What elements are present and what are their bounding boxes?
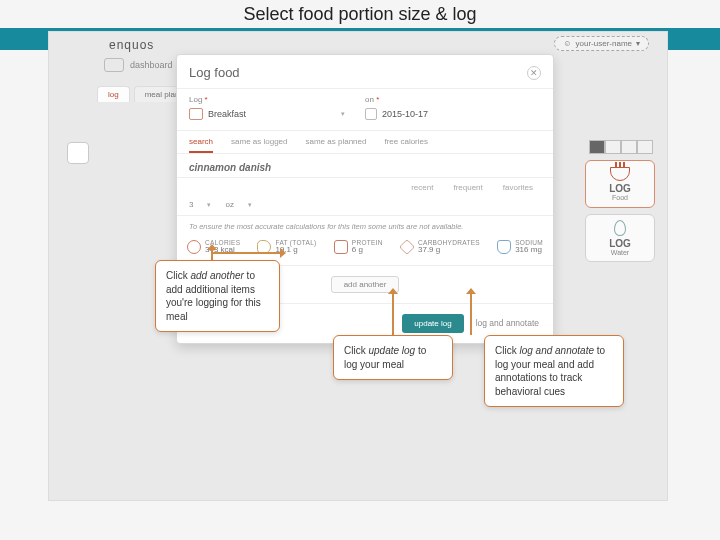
bowl-icon <box>610 167 630 181</box>
callout-text: Click <box>495 345 519 356</box>
update-log-button[interactable]: update log <box>402 314 463 333</box>
modal-subtabs: search same as logged same as planned fr… <box>177 131 553 154</box>
sodium-value: 316 mg <box>515 246 543 255</box>
filter-favorites[interactable]: favorites <box>503 183 533 192</box>
log-food-sub: Food <box>612 194 628 201</box>
required-asterisk: * <box>205 95 208 104</box>
log-and-annotate-link[interactable]: log and annotate <box>476 318 539 328</box>
callout-arrow <box>211 252 281 254</box>
nutrition-carbs: CARBOHYDRATES 37.9 g <box>400 239 480 255</box>
calendar-icon <box>365 108 377 120</box>
protein-value: 6 g <box>352 246 383 255</box>
nutrition-protein: PROTEIN 6 g <box>334 239 383 255</box>
log-water-sub: Water <box>611 249 629 256</box>
slide-title: Select food portion size & log <box>0 4 720 25</box>
callout-text: Click <box>344 345 368 356</box>
nutrition-sodium: SODIUM 316 mg <box>497 239 543 255</box>
view-icon-3[interactable] <box>621 140 637 154</box>
view-icon-2[interactable] <box>605 140 621 154</box>
callout-text: Click <box>166 270 190 281</box>
callout-em: log and annotate <box>519 345 594 356</box>
tab-log[interactable]: log <box>97 86 130 102</box>
callout-arrow <box>211 249 213 260</box>
log-food-card[interactable]: LOG Food <box>585 160 655 208</box>
callout-add-another: Click add another to add additional item… <box>155 260 280 332</box>
subtab-free-calories[interactable]: free calories <box>384 137 428 147</box>
subtab-same-logged[interactable]: same as logged <box>231 137 287 147</box>
callout-update-log: Click update log to log your meal <box>333 335 453 380</box>
portion-qty[interactable]: 3 <box>189 200 193 209</box>
portion-unit[interactable]: oz <box>225 200 233 209</box>
chevron-down-icon: ▾ <box>248 201 252 209</box>
date-label: on * <box>365 95 541 104</box>
quick-log-panel: LOG Food LOG Water <box>585 160 655 262</box>
modal-field-row: Log * Breakfast ▾ on * 2015-10-17 <box>177 89 553 131</box>
close-icon[interactable]: ✕ <box>527 66 541 80</box>
callout-em: update log <box>368 345 415 356</box>
chevron-down-icon: ▾ <box>636 39 640 48</box>
meal-label-text: Log <box>189 95 202 104</box>
carbs-value: 37.9 g <box>418 246 480 255</box>
food-filters: recent frequent favorites <box>177 178 553 196</box>
callout-arrow <box>470 293 472 335</box>
meal-value: Breakfast <box>208 109 246 119</box>
filter-recent[interactable]: recent <box>411 183 433 192</box>
selected-food-name: cinnamon danish <box>189 162 541 173</box>
view-icon-1[interactable] <box>589 140 605 154</box>
date-field: on * 2015-10-17 <box>365 95 541 120</box>
meal-field: Log * Breakfast ▾ <box>189 95 365 120</box>
calories-icon <box>187 240 201 254</box>
dashboard-nav[interactable]: dashboard <box>104 58 173 72</box>
view-icon-4[interactable] <box>637 140 653 154</box>
view-switcher <box>589 140 653 154</box>
modal-header: Log food ✕ <box>177 55 553 89</box>
sidebar-widget[interactable] <box>67 142 89 164</box>
user-name: your-user-name <box>576 39 632 48</box>
callout-log-annotate: Click log and annotate to log your meal … <box>484 335 624 407</box>
portion-note: To ensure the most accurate calculations… <box>177 216 553 235</box>
date-select[interactable]: 2015-10-17 <box>365 108 541 120</box>
avatar-icon: ☺ <box>563 39 571 48</box>
filter-frequent[interactable]: frequent <box>453 183 482 192</box>
drop-icon <box>614 220 626 236</box>
protein-icon <box>334 240 348 254</box>
required-asterisk: * <box>376 95 379 104</box>
sodium-icon <box>497 240 511 254</box>
meal-label: Log * <box>189 95 365 104</box>
meal-icon <box>189 108 203 120</box>
log-water-label: LOG <box>609 238 631 249</box>
carbs-icon <box>399 239 415 255</box>
modal-title: Log food <box>189 65 240 80</box>
date-label-text: on <box>365 95 374 104</box>
subtab-search[interactable]: search <box>189 137 213 153</box>
meal-select[interactable]: Breakfast ▾ <box>189 108 365 120</box>
subtab-same-planned[interactable]: same as planned <box>306 137 367 147</box>
user-menu[interactable]: ☺ your-user-name ▾ <box>554 36 649 51</box>
app-stage: enquos ☺ your-user-name ▾ dashboard log … <box>48 31 668 501</box>
chevron-down-icon: ▾ <box>207 201 211 209</box>
dashboard-label: dashboard <box>130 60 173 70</box>
date-value: 2015-10-17 <box>382 109 428 119</box>
callout-arrow <box>392 293 394 335</box>
brand-logo: enquos <box>109 38 154 52</box>
selected-food-row: cinnamon danish <box>177 154 553 178</box>
chevron-down-icon: ▾ <box>341 110 345 118</box>
dashboard-icon <box>104 58 124 72</box>
log-food-label: LOG <box>609 183 631 194</box>
log-water-card[interactable]: LOG Water <box>585 214 655 262</box>
callout-em: add another <box>190 270 243 281</box>
portion-row: 3 ▾ oz ▾ <box>177 196 553 216</box>
